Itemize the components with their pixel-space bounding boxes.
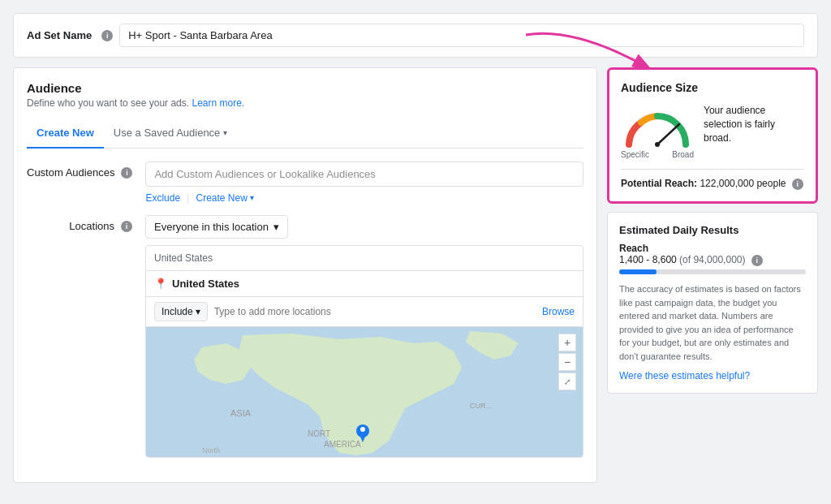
audience-size-title: Audience Size [621, 81, 804, 94]
chevron-down-icon: ▾ [223, 128, 227, 137]
chevron-down-icon: ▾ [273, 221, 279, 233]
map-zoom-in-button[interactable]: + [558, 334, 576, 351]
gauge-description: Your audience selection is fairly broad. [704, 104, 804, 144]
ad-set-name-input[interactable] [119, 24, 804, 47]
svg-text:ASIA: ASIA [230, 408, 252, 418]
create-new-link[interactable]: Create New [196, 192, 248, 204]
location-item-us: 📍 United States [146, 271, 583, 297]
svg-point-8 [360, 427, 365, 432]
map-svg: ASIA NORT AMERICA North CUR... [146, 327, 583, 457]
reach-label: Reach [619, 243, 806, 254]
potential-reach-label: Potential Reach: [621, 178, 697, 189]
location-search-input[interactable] [214, 306, 536, 317]
svg-text:CUR...: CUR... [470, 402, 492, 410]
location-map: ASIA NORT AMERICA North CUR... [146, 327, 583, 457]
ad-set-name-section: Ad Set Name i [13, 13, 818, 58]
custom-audiences-row: Custom Audiences i Exclude | Create New … [27, 162, 583, 204]
svg-text:NORT: NORT [308, 429, 330, 438]
audience-section-title: Audience [27, 81, 583, 95]
reach-info-icon[interactable]: i [751, 255, 763, 266]
locations-control: Everyone in this location ▾ United State… [145, 215, 583, 458]
location-search-row: Include ▾ Browse [146, 297, 583, 327]
custom-audiences-control: Exclude | Create New ▾ [145, 162, 583, 204]
ad-set-name-info-icon[interactable]: i [101, 30, 113, 41]
audience-size-card: Audience Size [607, 67, 818, 204]
reach-bar-track [619, 269, 806, 274]
chevron-down-icon: ▾ [196, 306, 200, 317]
estimated-daily-title: Estimated Daily Results [619, 224, 806, 236]
chevron-down-icon: ▾ [250, 193, 254, 202]
svg-line-10 [657, 124, 679, 144]
potential-reach: Potential Reach: 122,000,000 people i [621, 169, 804, 190]
include-button[interactable]: Include ▾ [154, 302, 208, 321]
pin-icon: 📍 [154, 278, 167, 290]
specific-label: Specific [621, 150, 649, 159]
estimates-helpful-link[interactable]: Were these estimates helpful? [619, 370, 750, 381]
learn-more-link[interactable]: Learn more. [192, 97, 244, 109]
map-zoom-out-button[interactable]: − [558, 353, 576, 371]
tab-saved-audience[interactable]: Use a Saved Audience ▾ [104, 120, 238, 149]
right-panel: Audience Size [607, 67, 818, 394]
svg-text:AMERICA: AMERICA [324, 440, 361, 449]
locations-label: Locations i [27, 215, 132, 232]
gauge-labels: Specific Broad [621, 150, 694, 159]
browse-button[interactable]: Browse [542, 306, 575, 317]
reach-bar-fill [619, 269, 657, 274]
custom-audiences-info-icon[interactable]: i [121, 167, 132, 179]
create-new-link-wrapper: Create New ▾ [196, 192, 254, 204]
ad-set-name-label: Ad Set Name [27, 29, 92, 41]
audience-subtitle: Define who you want to see your ads. Lea… [27, 97, 583, 109]
exclude-link[interactable]: Exclude [145, 192, 180, 204]
custom-audiences-links: Exclude | Create New ▾ [145, 192, 583, 204]
broad-label: Broad [672, 150, 694, 159]
custom-audiences-input[interactable] [145, 162, 583, 187]
reach-values: 1,400 - 8,600 (of 94,000,000) i [619, 254, 806, 266]
gauge-svg [621, 104, 694, 149]
gauge-row: Specific Broad Your audience selection i… [621, 104, 804, 159]
svg-text:North: North [202, 446, 220, 454]
estimated-daily-card: Estimated Daily Results Reach 1,400 - 8,… [607, 212, 818, 394]
main-content-row: Audience Define who you want to see your… [13, 67, 818, 483]
location-dropdown[interactable]: Everyone in this location ▾ [145, 215, 288, 239]
location-box: United States 📍 United States Include ▾ [145, 245, 583, 458]
gauge-container: Specific Broad [621, 104, 694, 159]
locations-info-icon[interactable]: i [121, 221, 132, 232]
audience-panel: Audience Define who you want to see your… [13, 67, 597, 483]
tab-create-new[interactable]: Create New [27, 120, 104, 149]
audience-form: Custom Audiences i Exclude | Create New … [27, 162, 583, 458]
audience-tabs: Create New Use a Saved Audience ▾ [27, 120, 583, 149]
map-controls: + − ⤢ [558, 334, 576, 390]
estimated-description: The accuracy of estimates is based on fa… [619, 282, 806, 363]
audience-header: Audience Define who you want to see your… [27, 81, 583, 109]
custom-audiences-label: Custom Audiences i [27, 162, 132, 179]
map-fullscreen-button[interactable]: ⤢ [558, 373, 576, 390]
locations-row: Locations i Everyone in this location ▾ … [27, 215, 583, 458]
location-box-header: United States [146, 246, 583, 271]
svg-point-11 [655, 142, 660, 147]
potential-reach-info-icon[interactable]: i [792, 179, 803, 190]
